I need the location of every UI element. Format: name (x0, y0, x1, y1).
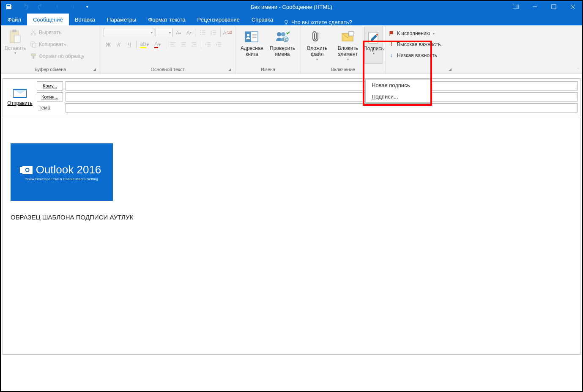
close-button[interactable] (563, 1, 582, 13)
tell-me-search[interactable]: Что вы хотите сделать? (279, 19, 356, 25)
font-color-icon[interactable]: A▾ (152, 40, 164, 49)
send-button[interactable]: Отправить (5, 85, 35, 110)
svg-rect-17 (33, 43, 36, 47)
subject-field[interactable] (66, 103, 578, 112)
group-include: Вложить файл ▾ Вложить элемент ▾ Подпись… (301, 25, 386, 74)
attach-item-button[interactable]: Вложить элемент ▾ (331, 27, 364, 65)
bold-button[interactable]: Ж (104, 40, 113, 49)
align-right-icon[interactable] (189, 40, 199, 49)
cut-button[interactable]: Вырезать (28, 27, 87, 38)
tab-review[interactable]: Рецензирование (192, 14, 246, 25)
group-basic-text: ▾ ▾ A▴ A▾ 123 A⌫ Ж К Ч ab▾ A▾ (100, 25, 235, 74)
grow-font-icon[interactable]: A▴ (174, 28, 183, 37)
paste-icon (8, 28, 22, 45)
window-controls (506, 1, 582, 13)
shrink-font-icon[interactable]: A▾ (184, 28, 194, 37)
svg-line-14 (32, 30, 35, 33)
copy-icon (30, 41, 37, 48)
paste-button[interactable]: Вставить ▾ (3, 27, 28, 65)
tab-format-text[interactable]: Формат текста (142, 14, 191, 25)
ribbon-display-options-icon[interactable] (506, 1, 525, 13)
down-arrow-icon[interactable]: ↓ (69, 3, 77, 11)
attach-file-label: Вложить файл (305, 45, 330, 58)
banner-subtitle: Show Developer Tab & Enable Macro Settin… (25, 177, 98, 181)
format-painter-button[interactable]: Формат по образцу (28, 50, 87, 62)
maximize-button[interactable] (544, 1, 563, 13)
decrease-indent-icon[interactable] (203, 40, 213, 49)
save-icon[interactable] (5, 3, 13, 11)
basic-text-launcher-icon[interactable]: ◢ (228, 67, 233, 72)
address-book-label: Адресная книга (239, 45, 265, 58)
window-title: Без имени - Сообщение (HTML) (251, 4, 332, 10)
check-names-button[interactable]: @ Проверить имена (266, 27, 298, 65)
attach-item-icon (341, 28, 355, 45)
tab-options[interactable]: Параметры (101, 14, 142, 25)
font-name-combo[interactable]: ▾ (104, 28, 154, 37)
svg-rect-11 (14, 35, 20, 43)
align-left-icon[interactable] (168, 40, 178, 49)
redo-icon[interactable] (37, 3, 45, 11)
group-tags-label (386, 66, 455, 74)
signature-sample-text: ОБРАЗЕЦ ШАБЛОНА ПОДПИСИ АУТЛУК (11, 214, 572, 221)
menu-signatures[interactable]: Подписи... (366, 91, 430, 102)
follow-up-button[interactable]: К исполнению▾ (386, 28, 443, 39)
to-field[interactable] (66, 81, 578, 90)
svg-point-22 (200, 32, 201, 33)
svg-rect-19 (33, 56, 34, 59)
clear-formatting-icon[interactable]: A⌫ (223, 28, 232, 37)
italic-button[interactable]: К (114, 40, 123, 49)
title-bar: ↑ ↓ ▾ Без имени - Сообщение (HTML) (1, 1, 582, 13)
increase-indent-icon[interactable] (214, 40, 223, 49)
outlook-logo-icon: O (22, 166, 33, 174)
qat-customize-icon[interactable]: ▾ (85, 3, 89, 11)
format-painter-icon (30, 53, 37, 60)
svg-text:3: 3 (211, 33, 212, 36)
compose-header: Отправить Кому... Копия... Тема (3, 78, 580, 117)
tab-insert[interactable]: Вставка (69, 14, 101, 25)
clipboard-launcher-icon[interactable]: ◢ (93, 67, 98, 72)
tags-launcher-icon[interactable]: ◢ (449, 67, 454, 72)
signature-label: Подпись (364, 46, 384, 52)
highlight-icon[interactable]: ab▾ (139, 40, 151, 49)
tab-file[interactable]: Файл (2, 14, 27, 25)
svg-text:@: @ (284, 37, 288, 42)
low-importance-button[interactable]: ↓ Низкая важность (386, 50, 443, 61)
paperclip-icon (312, 28, 322, 45)
align-center-icon[interactable] (179, 40, 188, 49)
svg-point-20 (200, 30, 201, 31)
svg-point-13 (34, 33, 36, 35)
font-size-combo[interactable]: ▾ (156, 28, 172, 37)
group-names-label: Имена (235, 66, 301, 74)
menu-new-signature[interactable]: Новая подпись (366, 79, 430, 91)
ribbon-tabs: Файл Сообщение Вставка Параметры Формат … (1, 13, 582, 25)
group-clipboard-label: Буфер обмена (1, 66, 100, 74)
address-book-icon (244, 28, 260, 45)
group-tags: К исполнению▾ ! Высокая важность ↓ Низка… (386, 25, 455, 74)
svg-rect-18 (31, 54, 36, 56)
to-button[interactable]: Кому... (37, 81, 63, 90)
high-importance-button[interactable]: ! Высокая важность (386, 39, 443, 50)
attach-file-button[interactable]: Вложить файл ▾ (303, 27, 331, 65)
svg-rect-58 (349, 32, 354, 36)
svg-point-6 (285, 20, 287, 23)
scissors-icon (30, 29, 37, 36)
undo-icon[interactable] (21, 3, 29, 11)
address-book-button[interactable]: Адресная книга (238, 27, 266, 65)
up-arrow-icon[interactable]: ↑ (53, 3, 61, 11)
check-names-label: Проверить имена (268, 45, 297, 58)
underline-button[interactable]: Ч (125, 40, 134, 49)
copy-button[interactable]: Копировать (28, 38, 87, 50)
minimize-button[interactable] (525, 1, 544, 13)
tab-message[interactable]: Сообщение (27, 14, 69, 25)
bullets-icon[interactable] (198, 28, 208, 37)
message-body[interactable]: O Outlook 2016 Show Developer Tab & Enab… (3, 118, 580, 355)
quick-access-toolbar: ↑ ↓ ▾ (1, 3, 89, 11)
cc-button[interactable]: Копия... (37, 92, 63, 101)
down-arrow-blue-icon: ↓ (389, 52, 394, 58)
numbering-icon[interactable]: 123 (209, 28, 218, 37)
tab-help[interactable]: Справка (246, 14, 279, 25)
signature-button[interactable]: Подпись ▾ (364, 27, 383, 64)
envelope-icon (13, 89, 27, 98)
cc-field[interactable] (66, 92, 578, 101)
collapse-ribbon-icon[interactable]: ˆ (578, 68, 579, 72)
